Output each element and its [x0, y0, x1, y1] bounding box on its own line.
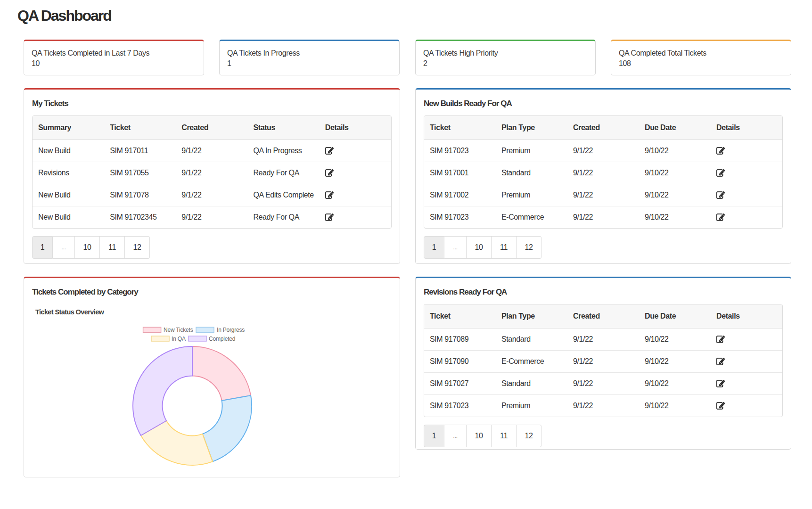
svg-text:New Tickets: New Tickets	[164, 327, 193, 333]
svg-text:Completed: Completed	[209, 336, 235, 342]
svg-text:In QA: In QA	[172, 336, 186, 342]
svg-text:In Porgress: In Porgress	[217, 327, 245, 333]
